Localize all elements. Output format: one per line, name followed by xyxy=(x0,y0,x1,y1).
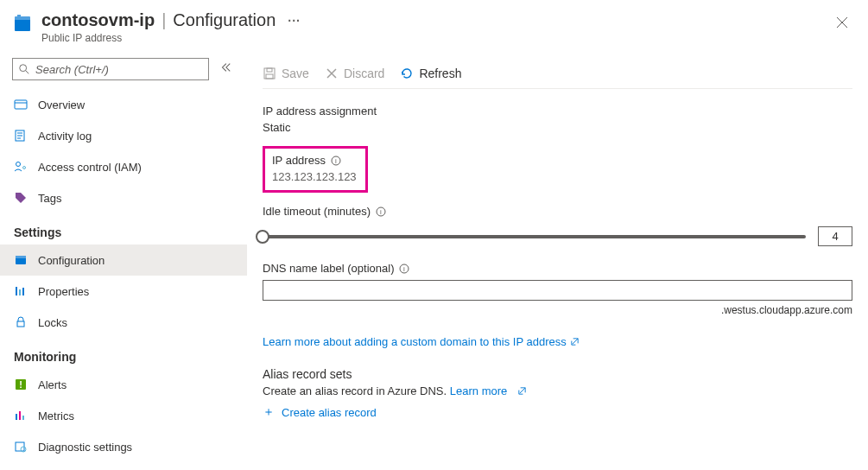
info-icon[interactable]: i xyxy=(331,156,341,166)
alerts-icon: ! xyxy=(14,378,28,391)
sidebar-group-monitoring: Monitoring xyxy=(0,338,247,369)
page-title: contosovm-ip | Configuration ··· xyxy=(41,10,835,30)
alias-learn-more-link[interactable]: Learn more xyxy=(450,384,527,397)
sidebar-item-label: Overview xyxy=(38,98,85,111)
sidebar-item-properties[interactable]: Properties xyxy=(0,276,247,307)
svg-text:i: i xyxy=(335,157,337,165)
dns-suffix-label: .westus.cloudapp.azure.com xyxy=(263,304,852,316)
svg-rect-27 xyxy=(267,68,272,72)
external-link-icon xyxy=(570,337,580,346)
dns-name-label: DNS name label (optional) i xyxy=(263,262,852,275)
more-actions-button[interactable]: ··· xyxy=(281,14,301,28)
svg-rect-2 xyxy=(17,15,21,17)
sidebar-item-locks[interactable]: Locks xyxy=(0,307,247,338)
sidebar-item-label: Metrics xyxy=(38,410,74,422)
sidebar-item-label: Properties xyxy=(38,285,89,298)
info-icon[interactable]: i xyxy=(399,264,409,274)
ip-assignment-label: IP address assignment xyxy=(263,105,852,118)
sidebar: Overview Activity log Access control (IA… xyxy=(0,51,247,470)
sidebar-item-label: Alerts xyxy=(38,378,67,391)
create-alias-button[interactable]: ＋Create alias record xyxy=(263,404,377,420)
svg-line-4 xyxy=(26,71,29,74)
configuration-icon xyxy=(14,253,28,267)
metrics-icon xyxy=(14,409,28,422)
idle-timeout-slider[interactable] xyxy=(263,235,806,238)
svg-rect-14 xyxy=(16,256,26,258)
plus-icon: ＋ xyxy=(263,404,278,420)
discard-button[interactable]: Discard xyxy=(325,67,384,80)
dns-name-field: DNS name label (optional) i .westus.clou… xyxy=(263,262,852,316)
sidebar-item-tags[interactable]: Tags xyxy=(0,182,247,213)
close-button[interactable] xyxy=(835,16,852,33)
svg-rect-18 xyxy=(17,321,24,327)
alias-description: Create an alias record in Azure DNS. Lea… xyxy=(263,384,852,397)
save-label: Save xyxy=(282,67,309,80)
svg-rect-13 xyxy=(16,257,26,264)
svg-rect-5 xyxy=(15,100,27,109)
discard-label: Discard xyxy=(344,67,384,80)
search-icon xyxy=(18,63,30,75)
svg-point-12 xyxy=(23,167,26,169)
sidebar-item-label: Diagnostic settings xyxy=(38,441,132,454)
refresh-label: Refresh xyxy=(419,67,461,80)
diagnostic-icon xyxy=(14,440,28,454)
locks-icon xyxy=(14,315,28,329)
sidebar-item-activity-log[interactable]: Activity log xyxy=(0,120,247,151)
sidebar-group-settings: Settings xyxy=(0,213,247,245)
sidebar-item-overview[interactable]: Overview xyxy=(0,89,247,120)
save-icon xyxy=(263,67,276,80)
svg-point-11 xyxy=(16,162,21,167)
resource-icon xyxy=(12,14,33,35)
tags-icon xyxy=(14,191,28,205)
sidebar-item-alerts[interactable]: ! Alerts xyxy=(0,369,247,400)
sidebar-item-configuration[interactable]: Configuration xyxy=(0,245,247,276)
blade-header: contosovm-ip | Configuration ··· Public … xyxy=(0,0,868,51)
save-button[interactable]: Save xyxy=(263,67,309,80)
refresh-button[interactable]: Refresh xyxy=(400,67,461,80)
sidebar-item-label: Access control (IAM) xyxy=(38,161,142,174)
idle-timeout-field: Idle timeout (minutes) i 4 xyxy=(263,205,852,246)
sidebar-item-label: Locks xyxy=(38,316,67,329)
page-name: Configuration xyxy=(173,10,276,30)
ip-assignment-field: IP address assignment Static xyxy=(263,105,852,134)
search-input[interactable] xyxy=(35,63,203,76)
resource-name: contosovm-ip xyxy=(41,10,155,30)
search-box[interactable] xyxy=(12,58,209,80)
sidebar-item-access-control[interactable]: Access control (IAM) xyxy=(0,151,247,182)
svg-point-3 xyxy=(20,65,27,72)
sidebar-item-label: Activity log xyxy=(38,130,92,143)
svg-rect-0 xyxy=(15,19,30,31)
access-control-icon xyxy=(14,160,28,174)
collapse-sidebar-button[interactable] xyxy=(219,61,235,77)
refresh-icon xyxy=(400,67,414,80)
external-link-icon xyxy=(517,386,527,396)
title-separator: | xyxy=(160,10,168,30)
sidebar-item-diagnostic-settings[interactable]: Diagnostic settings xyxy=(0,431,247,462)
ip-address-highlight: IP address i 123.123.123.123 xyxy=(263,146,368,193)
svg-text:i: i xyxy=(404,265,406,273)
svg-text:i: i xyxy=(380,208,382,216)
activity-log-icon xyxy=(14,129,28,143)
sidebar-item-metrics[interactable]: Metrics xyxy=(0,400,247,431)
idle-timeout-label: Idle timeout (minutes) i xyxy=(263,205,852,218)
ip-assignment-value: Static xyxy=(263,121,852,134)
overview-icon xyxy=(14,98,28,111)
ip-address-label: IP address i xyxy=(272,154,357,167)
discard-icon xyxy=(325,67,339,80)
ip-address-value: 123.123.123.123 xyxy=(272,170,357,183)
content-pane: Save Discard Refresh IP address assignme… xyxy=(247,51,868,470)
idle-timeout-value[interactable]: 4 xyxy=(818,226,852,246)
info-icon[interactable]: i xyxy=(376,206,386,217)
svg-rect-28 xyxy=(266,74,273,79)
toolbar: Save Discard Refresh xyxy=(263,58,852,89)
alias-record-section: Alias record sets Create an alias record… xyxy=(263,367,852,420)
svg-text:!: ! xyxy=(19,379,22,390)
sidebar-item-label: Configuration xyxy=(38,254,105,267)
dns-name-input[interactable] xyxy=(263,280,852,301)
svg-rect-1 xyxy=(15,16,30,20)
custom-domain-link[interactable]: Learn more about adding a custom domain … xyxy=(263,335,580,348)
slider-thumb[interactable] xyxy=(256,230,269,244)
resource-type-label: Public IP address xyxy=(41,32,835,44)
alias-title: Alias record sets xyxy=(263,367,852,381)
sidebar-item-label: Tags xyxy=(38,192,61,205)
